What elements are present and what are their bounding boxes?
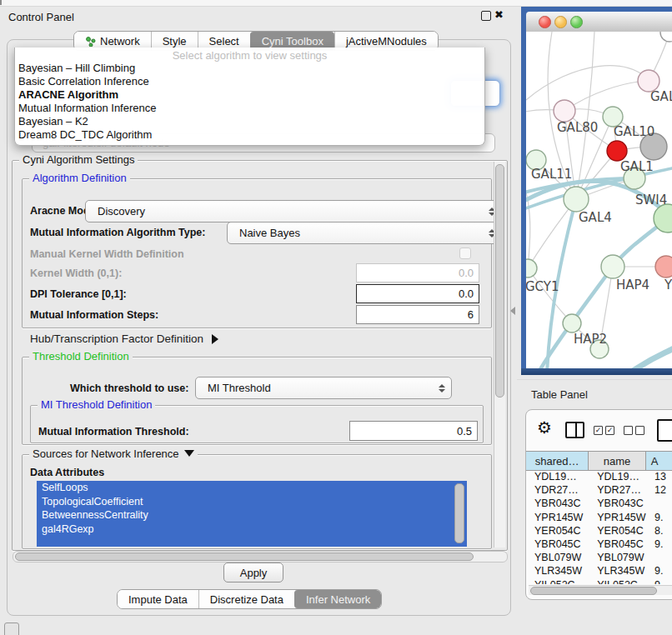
scrollbar-thumb[interactable] [530,587,657,595]
column-header-name[interactable]: name [589,452,646,470]
mi-type-select[interactable]: Naive Bayes [227,222,502,244]
table-cell: YER054C [589,524,646,538]
threshold-definition-title: Threshold Definition [29,351,133,362]
apply-button[interactable]: Apply [223,562,283,582]
scrollbar-thumb[interactable] [495,164,504,398]
mi-steps-field[interactable]: 6 [356,305,479,324]
table-cell: YDL19… [589,470,646,483]
settings-vertical-scrollbar[interactable] [494,162,505,548]
table-panel: ⚙ ✓ ✓ shared…nameA YDL19…YDL19…13YDR27…Y… [525,409,672,600]
scrollbar-thumb[interactable] [15,552,474,561]
gcy1-node[interactable] [526,259,537,278]
algorithm-option-aracne-algorithm[interactable]: ARACNE Algorithm [15,88,484,102]
unchecked-box-icon[interactable] [624,426,633,435]
salmon-node[interactable] [655,256,672,278]
checked-box-icon[interactable]: ✓ [605,426,614,435]
bottom-tab-infer-network[interactable]: Infer Network [294,590,381,608]
table-row[interactable]: YER054CYER054C8. [526,524,672,538]
algorithm-dropdown-popup: Select algorithm to view settings Bayesi… [14,48,485,146]
table-row[interactable]: YIL052CYIL052C9 [526,578,672,585]
node-label-hap2: HAP2 [574,332,607,347]
table-cell [646,497,672,510]
column-header-shared[interactable]: shared… [526,452,589,470]
dpi-tolerance-field[interactable]: 0.0 [356,284,479,303]
table-cell: 8. [646,524,672,538]
table-cell: YPR145W [526,511,589,524]
table-row[interactable]: YPR145WYPR145W9. [526,511,672,524]
table-row[interactable]: YBR045CYBR045C9. [526,538,672,551]
close-icon[interactable]: ✖ [494,8,504,21]
network-graph: GALGAL80GAL10GAL1GAL11SWI4GAL4GCY1HAP4YH… [526,32,672,368]
mi-type-label: Mutual Information Algorithm Type: [30,227,205,238]
attribute-item[interactable] [37,536,467,547]
network-edge [564,81,649,111]
algorithm-option-bayesian-hill-climbing[interactable]: Bayesian – Hill Climbing [15,62,484,75]
network-edge [528,268,572,323]
table-row[interactable]: YBR043CYBR043C [526,497,672,510]
algorithm-option-bayesian-k2[interactable]: Bayesian – K2 [15,115,484,128]
sources-title-text: Sources for Network Inference [33,448,179,460]
sources-group-title[interactable]: Sources for Network Inference [29,448,198,460]
split-columns-icon[interactable] [565,422,584,438]
tab-label: Style [163,35,187,48]
algorithm-option-dream8-dc-tdc-algorithm[interactable]: Dream8 DC_TDC Algorithm [15,128,484,142]
attributes-scrollbar[interactable] [454,482,464,545]
table-horizontal-scrollbar[interactable] [529,585,672,595]
float-window-icon[interactable] [481,11,491,21]
gear-icon[interactable]: ⚙ [537,418,552,438]
gal4-node[interactable] [564,187,589,212]
close-window-icon[interactable] [539,16,551,28]
minimized-panel-icon[interactable] [4,622,19,635]
document-icon[interactable] [657,419,672,442]
attribute-item-gal4rgexp[interactable]: gal4RGexp [37,522,467,537]
mi-threshold-field[interactable]: 0.5 [349,421,478,441]
partial-top-node[interactable] [660,32,672,42]
mi-threshold-group-title: MI Threshold Definition [38,399,155,411]
network-edge-highlighted [627,349,672,368]
zoom-window-icon[interactable] [570,16,583,28]
table-cell: YLR345W [526,564,589,578]
aracne-mode-select[interactable]: Discovery [85,200,502,222]
bottom-tab-label: Discretize Data [210,593,283,606]
manual-kernel-checkbox[interactable] [459,248,471,259]
attribute-item-topologicalcoefficient[interactable]: TopologicalCoefficient [37,495,467,509]
hap4-node[interactable] [601,255,624,278]
which-threshold-select[interactable]: MI Threshold [195,377,452,399]
red-node[interactable] [607,141,627,161]
bottom-tab-discretize-data[interactable]: Discretize Data [198,590,294,608]
minimize-window-icon[interactable] [554,16,567,28]
unchecked-box-icon[interactable] [635,426,644,435]
table-row[interactable]: YDR27…YDR27…12 [526,483,672,497]
table-row[interactable]: YBL079WYBL079W [526,551,672,564]
table-panel-title: Table Panel [531,388,588,401]
attribute-item-selfloops[interactable]: SelfLoops [37,481,467,495]
column-header-a[interactable]: A [646,452,672,470]
expand-right-icon [212,334,218,344]
algorithm-option-mutual-information-inference[interactable]: Mutual Information Inference [15,102,484,115]
checked-box-icon[interactable]: ✓ [594,426,603,435]
table-cell: YBL079W [526,551,589,564]
table-cell: YBR043C [589,497,646,510]
hap2-node[interactable] [563,314,581,332]
gal80-node[interactable] [554,100,575,122]
scrollbar-thumb[interactable] [454,483,464,543]
panel-divider-handle[interactable] [510,307,515,315]
table-cell: YBR043C [526,497,589,510]
attribute-item-betweennesscentrality[interactable]: BetweennessCentrality [37,508,467,522]
bottom-tab-label: Infer Network [306,593,370,606]
hub-definition-expander[interactable]: Hub/Transcription Factor Definition [30,332,218,345]
bottom-tab-impute-data[interactable]: Impute Data [118,590,198,608]
collapse-down-icon [184,450,194,457]
algorithm-option-basic-correlation-inference[interactable]: Basic Correlation Inference [15,75,484,88]
table-row[interactable]: YDL19…YDL19…13 [526,470,672,483]
node-label-gal1: GAL1 [620,159,654,174]
table-cell: YDR27… [526,483,589,497]
settings-horizontal-scrollbar[interactable] [13,551,508,562]
network-view-window[interactable]: GALGAL80GAL10GAL1GAL11SWI4GAL4GCY1HAP4YH… [521,7,672,375]
network-window-titlebar[interactable] [526,12,672,32]
network-canvas[interactable]: GALGAL80GAL10GAL1GAL11SWI4GAL4GCY1HAP4YH… [526,32,672,368]
kernel-width-field[interactable]: 0.0 [356,263,479,282]
which-threshold-label: Which threshold to use: [70,382,188,394]
table-row[interactable]: YLR345WYLR345W9. [526,564,672,578]
which-threshold-value: MI Threshold [208,382,271,394]
